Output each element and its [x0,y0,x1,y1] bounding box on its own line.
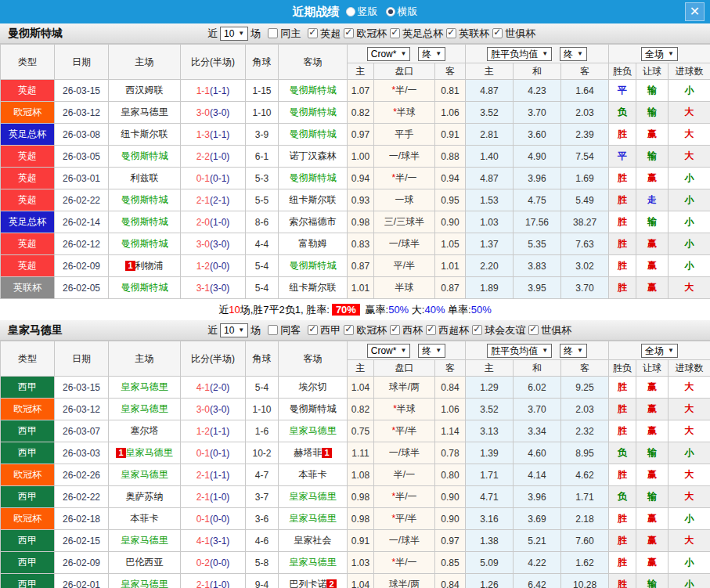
away-team-name[interactable]: 诺丁汉森林 [290,150,337,161]
bookmaker-select[interactable]: Crow* [367,344,411,358]
home-team-name[interactable]: 奥萨苏纳 [126,491,164,502]
home-team-name[interactable]: 曼彻斯特城 [121,194,168,205]
away-team-name[interactable]: 本菲卡 [299,469,327,480]
league-checkbox[interactable] [390,28,400,38]
home-team-name[interactable]: 利物浦 [135,260,164,271]
home-team-name[interactable]: 塞尔塔 [131,425,159,436]
score-cell: 1-2(1-1) [181,420,246,442]
away-team-name[interactable]: 皇家马德里 [290,491,337,502]
match-count-select[interactable]: 10 [220,27,248,41]
away-team-name[interactable]: 皇家马德里 [290,513,337,524]
home-team-name[interactable]: 纽卡斯尔联 [121,128,168,139]
league-checkbox[interactable] [344,325,354,335]
league-checkbox[interactable] [472,325,482,335]
rank-badge: 1 [125,261,135,271]
same-venue-checkbox[interactable] [268,28,278,38]
home-team-name[interactable]: 曼彻斯特城 [121,238,168,249]
away-team-name[interactable]: 纽卡斯尔联 [290,282,337,293]
filter-bar: 近10场同客西甲欧冠杯西杯西超杯球会友谊世俱杯 [207,323,572,337]
same-venue-checkbox[interactable] [268,325,278,335]
score-cell: 4-1(2-0) [181,377,246,399]
home-team-name[interactable]: 西汉姆联 [126,85,164,96]
avg-select[interactable]: 胜平负均值 [487,344,552,358]
europe-odds: 1.53 [466,189,514,211]
away-team-name[interactable]: 曼彻斯特城 [290,106,337,117]
away-team-name[interactable]: 曼彻斯特城 [290,172,337,183]
league-checkbox[interactable] [446,28,456,38]
corner-count: 3-9 [246,124,279,146]
league-checkbox-label: 西超杯 [438,323,469,337]
home-team-name[interactable]: 曼彻斯特城 [121,150,168,161]
league-checkbox[interactable] [426,325,436,335]
radio-button-icon[interactable] [386,7,395,16]
home-team-name[interactable]: 皇家马德里 [121,381,168,392]
handicap-line: 一/球半 [374,442,435,464]
away-team-name[interactable]: 曼彻斯特城 [290,85,337,96]
away-team-name[interactable]: 皇家马德里 [290,557,337,568]
final1-select[interactable]: 终 [418,344,445,358]
radio-horizontal-layout[interactable]: 横版 [386,5,418,19]
result-wdl: 负 [609,442,636,464]
filter-prefix-label: 近 [207,323,218,337]
table-row: 英超26-03-15西汉姆联1-1(1-1)1-15曼彻斯特城1.07*半/一0… [1,80,710,102]
result-handicap: 输 [636,442,669,464]
home-team-name[interactable]: 皇家马德里 [126,447,173,458]
league-checkbox[interactable] [308,325,318,335]
away-team-name[interactable]: 纽卡斯尔联 [290,194,337,205]
final1-select[interactable]: 终 [418,47,445,61]
league-checkbox[interactable] [308,28,318,38]
final2-select[interactable]: 终 [560,47,587,61]
home-team: 1皇家马德里 [109,442,181,464]
league-checkbox[interactable] [344,28,354,38]
home-team-name[interactable]: 皇家马德里 [121,469,168,480]
scope-select[interactable]: 全场 [641,344,678,358]
final2-select[interactable]: 终 [560,344,587,358]
away-team-name[interactable]: 索尔福德市 [290,216,337,227]
match-date: 26-02-18 [55,508,109,530]
away-team-name[interactable]: 曼彻斯特城 [290,403,337,414]
radio-button-icon[interactable] [346,7,355,16]
home-team-name[interactable]: 皇家马德里 [121,579,168,588]
home-team-name[interactable]: 皇家马德里 [121,535,168,546]
europe-odds: 2.39 [561,124,609,146]
away-team-name[interactable]: 皇家马德里 [290,425,337,436]
handicap-line: 半球 [374,277,435,299]
bookmaker-select[interactable]: Crow* [367,47,411,61]
summary-text: 单率: [445,303,470,317]
home-team-name[interactable]: 皇家马德里 [121,403,168,414]
handicap-odds: 0.90 [435,508,466,530]
home-team-name[interactable]: 巴伦西亚 [126,557,164,568]
home-team-name[interactable]: 本菲卡 [131,513,159,524]
home-team-name[interactable]: 曼彻斯特城 [121,216,168,227]
away-team: 皇家马德里 [279,508,348,530]
avg-select[interactable]: 胜平负均值 [487,47,552,61]
away-team-name[interactable]: 富勒姆 [299,238,327,249]
corner-count: 1-10 [246,102,279,124]
home-team-name[interactable]: 曼彻斯特城 [121,282,168,293]
result-handicap: 输 [636,102,669,124]
europe-odds: 2.18 [561,508,609,530]
home-team-name[interactable]: 皇家马德里 [121,106,168,117]
close-icon[interactable]: ✕ [685,2,705,21]
away-team-name[interactable]: 埃尔切 [299,381,327,392]
league-checkbox[interactable] [390,325,400,335]
column-header: 主场 [109,45,181,80]
league-checkbox[interactable] [492,28,503,38]
away-team-name[interactable]: 巴列卡诺 [289,579,326,588]
match-count-select[interactable]: 10 [220,323,248,337]
handicap-odds: 0.98 [348,486,374,508]
halftime-score: (2-0) [210,382,229,393]
handicap-line: *半球 [374,399,435,420]
score-cell: 3-1(3-0) [181,277,246,299]
radio-vertical-layout[interactable]: 竖版 [346,5,378,19]
away-team-name[interactable]: 曼彻斯特城 [290,260,337,271]
result-wdl: 负 [609,102,636,124]
league-checkbox[interactable] [528,325,539,335]
scope-select[interactable]: 全场 [641,47,678,61]
away-team-name[interactable]: 曼彻斯特城 [290,128,337,139]
sub-column-header: 进球数 [669,63,710,80]
away-team-name[interactable]: 皇家社会 [294,535,332,546]
away-team-name[interactable]: 赫塔菲 [294,447,322,458]
home-team-name[interactable]: 利兹联 [131,172,159,183]
result-handicap: 输 [636,574,669,588]
